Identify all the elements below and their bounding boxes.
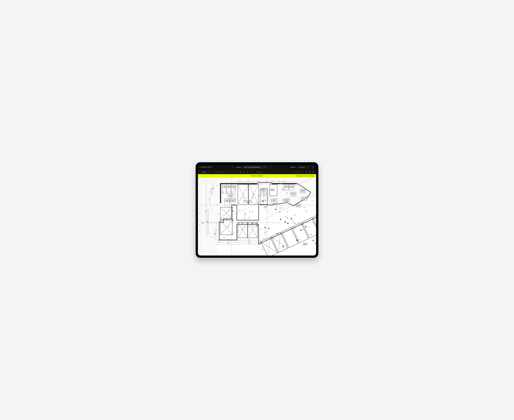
ruler-mark: 2 <box>199 184 200 186</box>
cloud-tool[interactable] <box>225 171 228 173</box>
svg-text:15.06: 15.06 <box>262 190 264 191</box>
drawing-stage[interactable]: N <box>201 178 316 255</box>
svg-text:3.73: 3.73 <box>228 187 230 188</box>
svg-text:W1: W1 <box>286 183 287 185</box>
svg-text:668.5: 668.5 <box>248 239 250 240</box>
svg-text:-01/K1: -01/K1 <box>273 199 275 201</box>
svg-rect-292 <box>305 226 307 227</box>
svg-text:75: 75 <box>265 180 267 181</box>
svg-rect-285 <box>280 218 281 220</box>
eraser-button[interactable] <box>299 171 302 173</box>
chevron-left-icon <box>233 167 234 168</box>
svg-text:650: 650 <box>206 221 207 222</box>
svg-text:3.43: 3.43 <box>285 187 287 188</box>
svg-text:684: 684 <box>248 243 250 244</box>
svg-text:-01/K4: -01/K4 <box>229 195 232 196</box>
svg-rect-2 <box>222 172 223 172</box>
svg-rect-293 <box>313 240 314 241</box>
text-icon <box>229 171 231 173</box>
svg-text:W1: W1 <box>261 204 262 206</box>
rectangle-tool[interactable] <box>218 171 221 173</box>
chevron-down-icon[interactable] <box>306 166 309 169</box>
svg-rect-286 <box>284 221 286 223</box>
svg-marker-309 <box>258 246 259 248</box>
svg-text:REI120: REI120 <box>233 204 236 205</box>
svg-text:-01/KL9: -01/KL9 <box>223 186 227 187</box>
svg-text:919: 919 <box>265 200 266 202</box>
svg-text:76: 76 <box>239 223 240 224</box>
svg-text:205: 205 <box>284 189 285 190</box>
copy-button[interactable] <box>312 171 315 173</box>
ruler-mark: 11 <box>199 231 200 232</box>
svg-text:575: 575 <box>228 241 229 242</box>
svg-text:390: 390 <box>305 210 307 212</box>
svg-text:16.92: 16.92 <box>248 217 251 218</box>
text-tool[interactable] <box>229 171 231 173</box>
drawing-canvas[interactable]: 123V56IV91011 <box>198 178 316 255</box>
svg-text:1: 1 <box>243 197 244 199</box>
prev-drawing-button[interactable] <box>232 166 235 169</box>
stamp-icon <box>240 171 241 173</box>
tag-tool[interactable] <box>236 171 238 173</box>
draw-tool[interactable] <box>232 171 235 173</box>
svg-text:-01/KL10: -01/KL10 <box>228 186 231 187</box>
next-drawing-button[interactable] <box>269 166 271 169</box>
svg-text:210: 210 <box>232 191 233 193</box>
redo-button[interactable] <box>296 171 299 173</box>
stamp-tool[interactable] <box>239 171 242 173</box>
ruler-mark: 9 <box>199 219 200 221</box>
drawing-select[interactable]: A1.03 - Proposed Main Floor <box>243 166 267 169</box>
svg-text:15.5: 15.5 <box>256 226 258 227</box>
svg-text:205: 205 <box>227 191 228 193</box>
svg-rect-288 <box>291 218 292 219</box>
dots-icon <box>250 171 252 173</box>
svg-text:1799: 1799 <box>205 210 206 212</box>
svg-text:-01/T1: -01/T1 <box>271 189 273 190</box>
zoom-in-button[interactable] <box>206 171 209 173</box>
svg-text:-01/KL11: -01/KL11 <box>232 186 236 187</box>
svg-text:213.5: 213.5 <box>303 207 306 209</box>
svg-marker-298 <box>236 199 237 200</box>
svg-text:-01/KL4: -01/KL4 <box>292 193 295 194</box>
zoom-value: 110% <box>202 172 205 173</box>
ruler-mark: 5 <box>199 202 200 203</box>
pointer-tool[interactable] <box>246 171 249 173</box>
comment-tool[interactable] <box>215 171 217 173</box>
svg-text:250: 250 <box>242 226 244 227</box>
ruler-mark: 10 <box>199 225 200 226</box>
export-button[interactable] <box>305 171 308 173</box>
svg-text:500: 500 <box>227 220 228 221</box>
comment-icon <box>215 171 217 173</box>
select-area-tool[interactable] <box>222 171 224 173</box>
svg-text:250: 250 <box>285 216 286 218</box>
more-tools[interactable] <box>250 171 252 173</box>
svg-text:15: 15 <box>265 229 266 230</box>
svg-text:10: 10 <box>220 220 221 221</box>
print-button[interactable] <box>308 171 311 173</box>
zoom-out-button[interactable] <box>209 171 212 173</box>
svg-text:526: 526 <box>258 195 259 196</box>
svg-text:5.24: 5.24 <box>230 196 232 197</box>
undo-icon <box>293 171 295 173</box>
svg-text:626: 626 <box>207 221 209 223</box>
svg-text:3.56: 3.56 <box>232 201 234 202</box>
notifications-button[interactable] <box>311 166 314 169</box>
presets-placeholder[interactable]: No presets <box>255 172 263 173</box>
svg-rect-70 <box>261 237 277 255</box>
chevron-right-icon <box>269 167 271 168</box>
revision-select[interactable]: 21-10-2024 <box>297 166 309 169</box>
svg-text:250: 250 <box>247 180 249 181</box>
svg-text:250: 250 <box>228 226 229 227</box>
svg-text:4.12: 4.12 <box>224 187 226 188</box>
svg-text:250: 250 <box>264 234 266 236</box>
tablet-frame: CORTEX Drawing: A1.03 - Proposed Main Fl… <box>196 162 318 258</box>
svg-text:39: 39 <box>267 227 270 230</box>
svg-text:210: 210 <box>287 192 288 194</box>
measure-tool[interactable] <box>243 171 245 173</box>
zoom-search[interactable]: 110% <box>199 171 206 173</box>
square-icon <box>219 171 220 173</box>
undo-button[interactable] <box>292 171 295 173</box>
svg-text:-3.40: -3.40 <box>283 248 285 248</box>
svg-rect-1 <box>219 172 220 172</box>
svg-text:80: 80 <box>222 192 222 193</box>
